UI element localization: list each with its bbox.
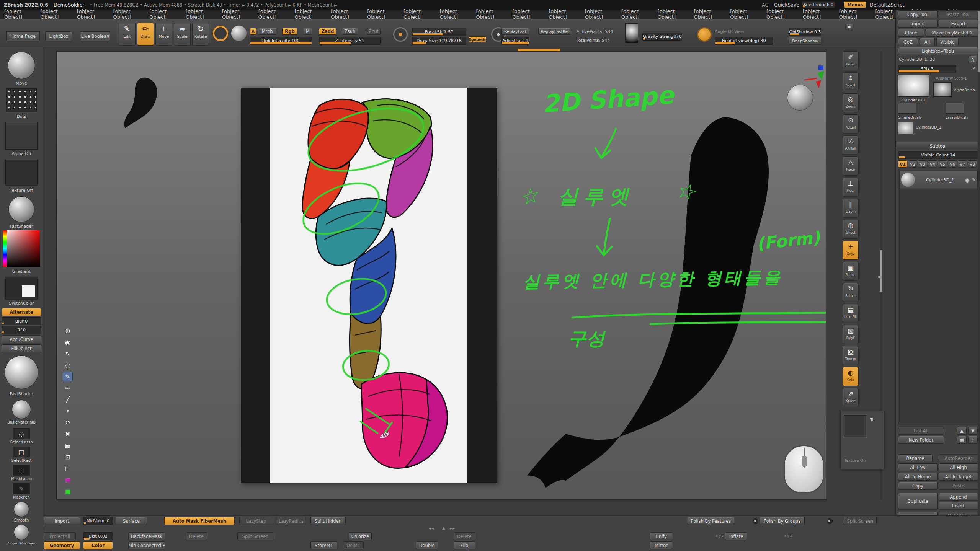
version-tab[interactable]: V7	[958, 160, 967, 168]
m-button[interactable]: M	[304, 28, 312, 35]
geometry-tab[interactable]: Geometry	[44, 541, 80, 549]
zsub-button[interactable]: Zsub	[342, 28, 358, 35]
version-tab[interactable]: V6	[948, 160, 957, 168]
subtool-down-icon[interactable]: ▼	[968, 427, 978, 435]
menu-item[interactable]: [object Object]	[726, 10, 762, 19]
polish-by-features-button[interactable]: Polish By Features	[688, 517, 734, 525]
defaultzscript-button[interactable]: DefaultZScript	[870, 2, 905, 8]
smooth-thumbnail[interactable]	[14, 502, 29, 517]
append-button[interactable]: Append	[939, 493, 978, 501]
subtool-eye-icon[interactable]: ◉	[965, 177, 969, 183]
menu-item[interactable]: [object Object]	[653, 10, 690, 19]
draw-size-slider[interactable]: Draw Size 119.78716	[412, 37, 466, 45]
focal-shift-slider[interactable]: Focal Shift 57	[412, 28, 466, 36]
tool-strip-button[interactable]: ✖	[63, 429, 73, 439]
menu-item[interactable]: [object Object]	[0, 10, 36, 19]
tool-strip-button[interactable]: ✎	[63, 372, 73, 381]
auto-mask-fibermesh-button[interactable]: Auto Mask FiberMesh	[164, 517, 235, 525]
tool-strip-button[interactable]: ⊡	[63, 452, 73, 462]
menu-item[interactable]: [object Object]	[36, 10, 73, 19]
goz-all-button[interactable]: All	[920, 38, 935, 46]
delete-button-center[interactable]: Delete	[454, 532, 475, 540]
spix-slider[interactable]: SPix 3	[898, 65, 956, 73]
surface-button[interactable]: Surface	[116, 517, 147, 525]
toolbar-overflow-icon[interactable]: ≡	[845, 24, 853, 30]
polish-features-toggle[interactable]	[753, 518, 758, 524]
menu-item[interactable]: [object Object]	[689, 10, 726, 19]
version-tab[interactable]: V2	[908, 160, 917, 168]
menu-item[interactable]: [object Object]	[327, 10, 363, 19]
version-tab[interactable]: V8	[968, 160, 977, 168]
split-hidden-button[interactable]: Split Hidden	[310, 517, 346, 525]
duplicate-button[interactable]: Duplicate	[898, 493, 938, 510]
delmt-button[interactable]: DelMT	[343, 541, 364, 549]
fov-slider[interactable]: Field of view(deg) 30	[715, 37, 773, 45]
midvalue-slider[interactable]: MidValue 0	[83, 517, 113, 525]
split-screen-button-1[interactable]: Split Screen	[844, 517, 877, 525]
menu-item[interactable]: [object Object]	[835, 10, 871, 19]
deepshadow-button[interactable]: DeepShadow	[789, 37, 821, 45]
version-tab[interactable]: V5	[938, 160, 947, 168]
all-low-button[interactable]: All Low	[898, 463, 938, 471]
active-tool-thumbnail[interactable]	[898, 75, 929, 97]
subtool-item[interactable]: Cylinder3D_1 ◉ ✎	[899, 171, 978, 189]
min-connected-button[interactable]: Min Connected F	[128, 541, 165, 549]
eraserbrush-thumbnail[interactable]	[946, 103, 964, 114]
tool-strip-button[interactable]: ◉	[63, 337, 73, 347]
menu-item[interactable]: [object Object]	[291, 10, 327, 19]
copy-tool-button[interactable]: Copy Tool	[898, 10, 938, 18]
rotate-button[interactable]: ↻Rotate	[192, 23, 209, 46]
split-screen-button-2[interactable]: Split Screen	[237, 532, 273, 540]
version-tab[interactable]: V1	[898, 160, 907, 168]
export-button[interactable]: Export	[939, 20, 978, 28]
version-tab[interactable]: V4	[928, 160, 937, 168]
zadd-button[interactable]: Zadd	[319, 28, 336, 35]
shelf-button[interactable]: ◎Zoom	[843, 93, 859, 112]
gravity-strength-slider[interactable]: Gravity Strength 0	[642, 33, 682, 41]
tool-strip-button[interactable]: ◌	[63, 360, 73, 370]
color-picker[interactable]	[3, 230, 40, 267]
menu-item[interactable]: [object Object]	[109, 10, 145, 19]
menu-item[interactable]: [object Object]	[544, 10, 581, 19]
double-button[interactable]: Double	[416, 541, 438, 549]
tool-strip-button[interactable]: ⊕	[63, 326, 73, 336]
menu-item[interactable]: [object Object]	[363, 10, 399, 19]
all-to-target-button[interactable]: All To Target	[939, 473, 978, 481]
tool-strip-button[interactable]: ▤	[63, 440, 73, 450]
hue-bar[interactable]	[3, 230, 7, 267]
see-through-slider[interactable]: See-through 0	[802, 1, 835, 8]
edit-button[interactable]: ✎Edit	[119, 23, 136, 46]
tool-strip-button[interactable]: ✏	[63, 383, 73, 393]
basicmaterial-thumbnail[interactable]	[12, 400, 31, 419]
goz-visible-button[interactable]: Visible	[936, 38, 959, 46]
pager-left-icon[interactable]: ◄◄	[428, 527, 434, 530]
shelf-button[interactable]: △Persp	[843, 156, 859, 176]
blur-slider[interactable]: Blur 0	[2, 317, 41, 325]
replay-last-rel-button[interactable]: ReplayLastRel	[538, 28, 571, 35]
fastshader-thumbnail[interactable]	[8, 196, 34, 222]
shelf-button[interactable]: ✐Brush	[843, 51, 859, 70]
polish-groups-toggle[interactable]	[827, 518, 833, 524]
subtool-up-icon[interactable]: ▲	[957, 427, 967, 435]
colorize-button[interactable]: Colorize	[349, 532, 372, 540]
alpha-thumbnail[interactable]	[625, 23, 638, 43]
panel-scrollbar-track[interactable]	[978, 10, 980, 551]
shelf-button[interactable]: ▧PolyF	[843, 325, 859, 344]
clone-button[interactable]: Clone	[898, 29, 924, 37]
menus-button[interactable]: Menus	[844, 1, 866, 8]
rgb-intensity-slider[interactable]: Rgb Intensity 100	[250, 37, 312, 45]
menu-item[interactable]: [object Object]	[472, 10, 508, 19]
scale-button[interactable]: ⇔Scale	[174, 23, 191, 46]
panel-scrollbar-thumb[interactable]	[978, 11, 980, 72]
autoreorder-button[interactable]: AutoReorder	[939, 454, 978, 462]
rf-slider[interactable]: Rf 0	[2, 326, 41, 334]
alpha-off-thumbnail[interactable]	[5, 123, 38, 150]
menu-item[interactable]: [object Object]	[145, 10, 181, 19]
all-to-home-button[interactable]: All To Home	[898, 473, 938, 481]
delete-button-row2[interactable]: Delete	[186, 532, 207, 540]
shelf-button[interactable]: ◍Ghost	[843, 220, 859, 239]
home-page-button[interactable]: Home Page	[6, 31, 40, 41]
shelf-button[interactable]: ▤Line Fill	[843, 304, 859, 323]
shelf-button[interactable]: ↕Scroll	[843, 72, 859, 91]
unify-xyz-label[interactable]: x y z	[716, 534, 724, 538]
